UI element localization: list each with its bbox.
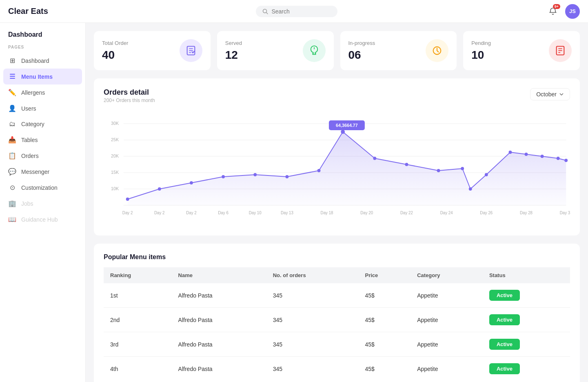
cell-ranking-1: 2nd [104, 308, 172, 332]
svg-text:20K: 20K [111, 153, 119, 158]
sidebar-heading: Dashboard [0, 31, 85, 38]
svg-text:Day 10: Day 10 [249, 211, 262, 215]
table-title: Popular Menu items [104, 253, 570, 261]
svg-line-1 [266, 12, 268, 14]
served-icon [308, 45, 320, 56]
svg-text:Day 2: Day 2 [122, 211, 133, 215]
sidebar-item-messenger[interactable]: 💬 Messenger [0, 164, 85, 180]
sidebar-label-users: Users [21, 105, 36, 112]
svg-point-33 [437, 169, 440, 172]
cell-price-0: 45$ [359, 283, 411, 308]
svg-point-37 [509, 151, 512, 154]
category-icon: 🗂 [8, 120, 16, 128]
stat-value-in-progress: 06 [348, 49, 375, 62]
sidebar-item-dashboard[interactable]: ⊞ Dashboard [0, 53, 85, 69]
inprogress-icon [431, 45, 443, 56]
cell-orders-1: 345 [266, 308, 359, 332]
cell-status-2: Active [483, 332, 570, 357]
stat-card-in-progress: In-progress 06 [340, 31, 457, 70]
pending-icon [555, 45, 566, 56]
month-label: October [536, 91, 557, 98]
cell-orders-2: 345 [266, 332, 359, 357]
sidebar: Dashboard PAGES ⊞ Dashboard ☰ Menu Items… [0, 23, 86, 382]
svg-text:Day 2: Day 2 [186, 211, 196, 215]
sidebar-label-customization: Customization [21, 184, 58, 191]
menu-items-icon: ☰ [8, 73, 16, 80]
topbar: Clear Eats 9+ JS [0, 0, 588, 23]
cell-orders-0: 345 [266, 283, 359, 308]
sidebar-label-menu-items: Menu Items [21, 73, 53, 80]
stat-info-in-progress: In-progress 06 [348, 40, 375, 62]
svg-point-41 [564, 159, 568, 162]
month-selector[interactable]: October [530, 88, 570, 100]
svg-text:Day 24: Day 24 [440, 211, 453, 215]
stat-label-served: Served [225, 40, 242, 46]
svg-point-32 [405, 163, 408, 166]
svg-point-27 [253, 173, 257, 176]
sidebar-label-jobs: Jobs [21, 200, 33, 207]
layout: Dashboard PAGES ⊞ Dashboard ☰ Menu Items… [0, 23, 588, 382]
cell-name-3: Alfredo Pasta [172, 357, 266, 381]
search-input[interactable] [271, 8, 328, 15]
status-badge-2[interactable]: Active [489, 339, 520, 350]
svg-text:Day 18: Day 18 [321, 211, 333, 215]
dashboard-icon: ⊞ [8, 57, 16, 64]
chart-title-group: Orders detail 200+ Orders this month [104, 88, 155, 103]
svg-point-28 [285, 175, 288, 178]
svg-point-29 [317, 169, 321, 172]
sidebar-item-orders[interactable]: 📋 Orders [0, 148, 85, 164]
svg-point-25 [190, 181, 193, 184]
avatar[interactable]: JS [565, 4, 580, 19]
col-header-category: Category [410, 267, 483, 283]
stat-value-total-order: 40 [102, 49, 128, 62]
stat-info-total-order: Total Order 40 [102, 40, 128, 62]
guidance-hub-icon: 📖 [8, 215, 16, 223]
order-icon [185, 45, 197, 56]
svg-text:Day 26: Day 26 [480, 211, 493, 215]
col-header-ranking: Ranking [104, 267, 172, 283]
stat-icon-in-progress [426, 39, 448, 62]
cell-name-1: Alfredo Pasta [172, 308, 266, 332]
svg-text:Day 6: Day 6 [218, 211, 229, 215]
sidebar-section-label: PAGES [0, 45, 85, 49]
svg-text:Day 20: Day 20 [360, 211, 373, 215]
status-badge-1[interactable]: Active [489, 314, 520, 325]
sidebar-item-menu-items[interactable]: ☰ Menu Items [3, 69, 82, 84]
status-badge-3[interactable]: Active [489, 363, 520, 374]
svg-point-31 [373, 157, 376, 160]
cell-ranking-0: 1st [104, 283, 172, 308]
topbar-right: 9+ JS [546, 4, 580, 19]
orders-chart: 30K 25K 20K 15K 10K [104, 111, 570, 226]
svg-text:Day 28: Day 28 [520, 211, 533, 215]
popular-menu-table: Ranking Name No. of orders Price Categor… [104, 267, 570, 381]
sidebar-item-users[interactable]: 👤 Users [0, 100, 85, 116]
search-bar[interactable] [256, 6, 337, 17]
tables-icon: 📥 [8, 136, 16, 144]
chart-header: Orders detail 200+ Orders this month Oct… [104, 88, 570, 103]
stat-value-served: 12 [225, 49, 242, 62]
stat-card-total-order: Total Order 40 [94, 31, 211, 70]
sidebar-item-customization[interactable]: ⊙ Customization [0, 180, 85, 195]
sidebar-item-allergens[interactable]: ✏️ Allergens [0, 84, 85, 100]
cell-status-0: Active [483, 283, 570, 308]
sidebar-item-tables[interactable]: 📥 Tables [0, 132, 85, 148]
svg-point-35 [469, 187, 472, 191]
sidebar-label-messenger: Messenger [21, 169, 49, 175]
stat-label-total-order: Total Order [102, 40, 128, 46]
notification-button[interactable]: 9+ [546, 4, 560, 19]
cell-status-3: Active [483, 357, 570, 381]
jobs-icon: 🏢 [8, 200, 16, 207]
users-icon: 👤 [8, 104, 16, 112]
messenger-icon: 💬 [8, 168, 16, 175]
status-badge-0[interactable]: Active [489, 290, 520, 301]
svg-text:25K: 25K [111, 137, 119, 142]
sidebar-item-category[interactable]: 🗂 Category [0, 116, 85, 132]
chart-section: Orders detail 200+ Orders this month Oct… [94, 78, 580, 235]
sidebar-label-orders: Orders [21, 153, 39, 159]
cell-price-3: 45$ [359, 357, 411, 381]
col-header-orders: No. of orders [266, 267, 359, 283]
svg-point-24 [158, 187, 161, 191]
svg-text:30K: 30K [111, 121, 119, 126]
stat-card-pending: Pending 10 [463, 31, 580, 70]
svg-point-38 [525, 153, 528, 156]
